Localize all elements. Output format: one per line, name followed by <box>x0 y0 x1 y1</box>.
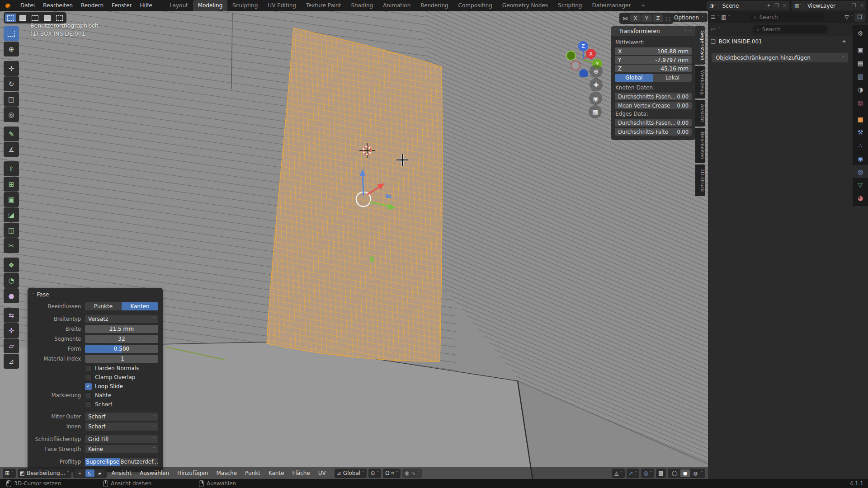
tab-modifiers[interactable]: ⚒ <box>853 126 868 139</box>
viewport-3d[interactable]: Benutzerorthographisch (1) BOX INSIDE.00… <box>0 11 708 479</box>
face-strength-dropdown[interactable]: Keine˅ <box>85 445 158 453</box>
n-tab-3d-druck[interactable]: 3D-Druck <box>695 164 705 196</box>
influence-kanten-button[interactable]: Kanten <box>122 302 158 310</box>
tool-bevel[interactable]: ◪ <box>4 207 19 222</box>
miter-inner-dropdown[interactable]: Scharf˅ <box>85 422 158 431</box>
menu-bearbeiten[interactable]: Bearbeiten <box>39 0 77 11</box>
tool-measure[interactable]: ∡ <box>4 142 19 157</box>
face-select-button[interactable]: ▰ <box>95 469 104 477</box>
miter-outer-dropdown[interactable]: Scharf˅ <box>85 413 158 421</box>
tab-rendering[interactable]: Rendering <box>415 0 453 11</box>
menu-ansicht[interactable]: Ansicht <box>108 467 135 479</box>
menu-punkt[interactable]: Punkt <box>242 467 264 479</box>
edge-crease-field[interactable]: Durchschnitts-Falte0.00 <box>615 128 692 136</box>
gizmo-plane-handle-green[interactable] <box>370 256 374 263</box>
tab-uv-editing[interactable]: UV Editing <box>263 0 301 11</box>
n-tab-gegenstand[interactable]: Gegenstand <box>695 26 705 65</box>
visibility-dropdown[interactable]: ◬˅ <box>612 469 625 478</box>
new-viewlayer-icon[interactable]: ❐ <box>850 3 858 9</box>
tab-tool[interactable]: ⚙ <box>853 27 868 40</box>
tab-material[interactable]: ◕ <box>853 191 868 204</box>
gizmos-icon[interactable]: ↗ <box>629 470 633 476</box>
pan-hand-button[interactable]: ✚ <box>590 78 603 91</box>
tool-smooth[interactable]: ● <box>4 288 19 303</box>
drag-handle-icon[interactable]: ⁙⁙ <box>684 29 692 33</box>
tab-output[interactable]: ▤ <box>853 56 868 70</box>
scene-name[interactable]: Scene <box>719 3 765 9</box>
tool-annotate[interactable]: ✎ <box>4 127 19 141</box>
mirror-x-button[interactable]: X <box>630 14 641 22</box>
viewlayer-name[interactable]: ViewLayer <box>804 3 850 9</box>
tool-spin[interactable]: ◔ <box>4 273 19 288</box>
edge-select-button[interactable]: ◺ <box>85 469 94 477</box>
tab-world[interactable]: ◍ <box>853 96 868 109</box>
scene-selector[interactable]: ◑˅ Scene ✦ ❐ ✕ <box>707 1 789 10</box>
outliner-filter-icon[interactable]: ▽ <box>844 14 849 20</box>
mean-vertex-crease-field[interactable]: Mean Vertex Crease0.00 <box>615 102 692 109</box>
tab-texture-paint[interactable]: Texture Paint <box>301 0 346 11</box>
outliner-search-input[interactable]: ⌕ Search <box>750 13 825 21</box>
tool-move[interactable]: ✛ <box>4 61 19 76</box>
n-tab-werkzeug[interactable]: Werkzeug <box>695 66 705 99</box>
select-variant-box[interactable] <box>17 14 28 22</box>
close-viewlayer-icon[interactable]: ✕ <box>858 3 866 9</box>
zoom-button[interactable]: ⊕ <box>590 65 603 78</box>
blender-logo-icon[interactable] <box>5 2 13 9</box>
tab-layout[interactable]: Layout <box>165 0 193 11</box>
global-toggle[interactable]: Global <box>615 74 653 82</box>
viewlayer-selector[interactable]: ▥˅ ViewLayer ❐ ✕ <box>792 1 866 10</box>
gizmo-plane-handle-blue[interactable] <box>386 194 391 198</box>
new-collection-button[interactable]: ❐ <box>854 13 865 22</box>
n-panel-header[interactable]: ˅ Transformieren ⁙⁙ <box>611 26 695 36</box>
clamp-overlap-checkbox[interactable] <box>85 374 92 381</box>
editor-type-selector[interactable]: ⊞˅ <box>3 469 16 478</box>
tool-rotate[interactable]: ↻ <box>4 76 19 91</box>
pivot-point-dropdown[interactable]: ⊙˅ <box>368 469 382 478</box>
tab-scripting[interactable]: Scripting <box>553 0 587 11</box>
menu-datei[interactable]: Datei <box>16 0 39 11</box>
selected-mesh[interactable] <box>267 28 442 361</box>
loop-slide-checkbox[interactable]: ✓ <box>85 383 92 390</box>
outliner-filter-collection-icon[interactable]: ▥ <box>721 14 726 20</box>
add-workspace-button[interactable]: + <box>636 0 650 11</box>
select-variant-lasso[interactable] <box>42 14 53 22</box>
profile-superellipse-button[interactable]: Superellipse <box>85 458 120 466</box>
properties-search-input[interactable]: ⌕ Search <box>753 25 828 33</box>
tab-shading[interactable]: Shading <box>346 0 378 11</box>
collapse-chevron-icon[interactable]: ˅ <box>32 292 34 297</box>
tab-physics[interactable]: ◉ <box>853 152 868 165</box>
falloff-curve-icon[interactable]: ∿ <box>411 470 415 476</box>
pin-icon[interactable]: ✦ <box>842 38 846 45</box>
menu-rendern[interactable]: Rendern <box>77 0 108 11</box>
tool-extrude-region[interactable]: ⇧ <box>4 161 19 176</box>
tab-geometry-nodes[interactable]: Geometry Nodes <box>497 0 553 11</box>
proportional-edit-icon[interactable]: ◉ <box>405 470 409 476</box>
tab-render[interactable]: ▣ <box>853 43 868 56</box>
tool-3d-cursor[interactable]: ⊕ <box>4 42 19 56</box>
overlays-icon[interactable]: ◎ <box>643 470 648 476</box>
snap-target-icon[interactable]: ⌗ <box>391 470 394 476</box>
tab-animation[interactable]: Animation <box>378 0 415 11</box>
mirror-y-button[interactable]: Y <box>642 14 652 22</box>
shading-material-button[interactable]: ◍ <box>691 469 701 477</box>
tool-shear[interactable]: ▱ <box>4 338 19 353</box>
bevel-panel-header[interactable]: ˅ Fase <box>32 291 158 299</box>
shading-wireframe-button[interactable]: ◯ <box>670 469 680 477</box>
tool-scale[interactable]: ◰ <box>4 92 19 107</box>
menu-masche[interactable]: Masche <box>213 467 240 479</box>
width-type-dropdown[interactable]: Versatz˅ <box>85 315 158 323</box>
tab-scene[interactable]: ◑ <box>853 83 868 96</box>
edge-bevel-weight-field[interactable]: Durchschnitts-Fasen...0.00 <box>615 119 692 127</box>
add-constraint-dropdown[interactable]: Objektbeschränkungen hinzufügen ˅ <box>712 53 848 62</box>
width-field[interactable]: 21.5 mm <box>85 325 158 333</box>
shading-dropdown-chevron[interactable]: ˅ <box>701 471 703 475</box>
magnet-icon[interactable]: Ω <box>385 470 389 476</box>
collapse-chevron-icon[interactable]: ˅ <box>614 29 617 33</box>
menu-uv[interactable]: UV <box>315 467 329 479</box>
material-index-field[interactable]: -1 <box>85 355 158 363</box>
sharp-checkbox[interactable] <box>85 401 92 408</box>
close-scene-icon[interactable]: ✕ <box>781 3 788 9</box>
options-dropdown[interactable]: Optionen˅ <box>670 13 708 22</box>
tab-view-layer[interactable]: ▥ <box>853 70 868 83</box>
median-z-field[interactable]: Z-45.16 mm <box>615 65 692 72</box>
